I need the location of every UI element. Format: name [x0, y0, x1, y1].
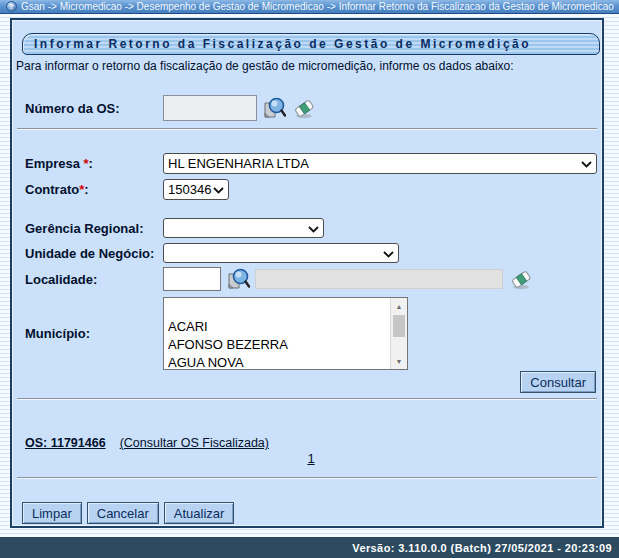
breadcrumb-bar: ? Gsan -> Micromedicao -> Desempenho de … [0, 0, 619, 14]
pagination-row: 1 [25, 451, 597, 465]
municipio-options: ACARI AFONSO BEZERRA AGUA NOVA [164, 298, 390, 369]
consultar-row: Consultar [25, 371, 596, 393]
page-title: Informar Retorno da Fiscalização de Gest… [22, 33, 600, 55]
municipio-row: Município: ACARI AFONSO BEZERRA AGUA NOV… [25, 297, 597, 370]
os-number-link[interactable]: OS: 11791466 [25, 436, 106, 450]
numero-os-label: Número da OS: [25, 101, 163, 116]
help-icon[interactable]: ? [6, 1, 17, 12]
localidade-row: Localidade: [25, 267, 597, 291]
divider [17, 128, 597, 130]
numero-os-input[interactable] [163, 95, 257, 121]
unidade-negocio-label: Unidade de Negócio: [25, 246, 163, 261]
scrollbar-track[interactable] [391, 338, 407, 353]
eraser-icon[interactable] [292, 96, 315, 120]
divider [17, 398, 597, 400]
contrato-label: Contrato*: [25, 182, 163, 197]
eraser-icon[interactable] [509, 267, 532, 291]
form-panel: Informar Retorno da Fiscalização de Gest… [10, 18, 604, 528]
cancelar-button[interactable]: Cancelar [87, 502, 159, 524]
version-footer: Versão: 3.110.0.0 (Batch) 27/05/2021 - 2… [0, 537, 619, 558]
municipio-label: Município: [25, 326, 163, 341]
chevron-down-icon [383, 251, 394, 258]
divider [17, 477, 597, 479]
scrollbar-thumb[interactable] [393, 315, 405, 337]
page-number-link[interactable]: 1 [307, 451, 314, 466]
atualizar-button[interactable]: Atualizar [164, 502, 235, 524]
limpar-button[interactable]: Limpar [22, 502, 82, 524]
localidade-nome-readonly [255, 269, 503, 289]
unidade-negocio-row: Unidade de Negócio: [25, 243, 597, 263]
gsan-window: ? Gsan -> Micromedicao -> Desempenho de … [0, 0, 619, 558]
listbox-scrollbar[interactable]: ▲ ▼ [390, 298, 407, 369]
empresa-label: Empresa *: [25, 156, 163, 171]
scroll-up-icon[interactable]: ▲ [391, 298, 407, 314]
consultar-button[interactable]: Consultar [520, 371, 596, 393]
municipio-option[interactable]: AGUA NOVA [164, 354, 390, 370]
empresa-row: Empresa *: HL ENGENHARIA LTDA [25, 153, 597, 174]
search-icon[interactable] [263, 96, 286, 120]
search-icon[interactable] [227, 267, 250, 291]
gerencia-regional-select[interactable] [163, 218, 324, 238]
chevron-down-icon [581, 161, 592, 168]
numero-os-row: Número da OS: [25, 95, 597, 121]
breadcrumb-text: Gsan -> Micromedicao -> Desempenho de Ge… [21, 1, 614, 12]
consultar-os-fiscalizada-link[interactable]: (Consultar OS Fiscalizada) [120, 436, 269, 450]
empresa-selected-value: HL ENGENHARIA LTDA [168, 156, 309, 171]
municipio-option[interactable]: ACARI [164, 318, 390, 336]
os-result-row: OS: 11791466 (Consultar OS Fiscalizada) [25, 435, 597, 451]
contrato-selected-value: 150346 [168, 182, 211, 197]
municipio-listbox[interactable]: ACARI AFONSO BEZERRA AGUA NOVA ▲ ▼ [163, 297, 408, 370]
chevron-down-icon [213, 187, 224, 194]
empresa-select[interactable]: HL ENGENHARIA LTDA [163, 153, 597, 174]
municipio-option[interactable]: AFONSO BEZERRA [164, 336, 390, 354]
municipio-option[interactable] [164, 300, 390, 318]
contrato-select[interactable]: 150346 [163, 179, 229, 200]
localidade-input[interactable] [163, 267, 221, 291]
gerencia-regional-row: Gerência Regional: [25, 218, 597, 238]
localidade-label: Localidade: [25, 272, 163, 287]
contrato-row: Contrato*: 150346 [25, 179, 597, 200]
unidade-negocio-select[interactable] [163, 243, 399, 263]
gerencia-regional-label: Gerência Regional: [25, 221, 163, 236]
page-description: Para informar o retorno da fiscalização … [16, 59, 514, 73]
scroll-down-icon[interactable]: ▼ [391, 353, 407, 369]
chevron-down-icon [308, 226, 319, 233]
actions-row: Limpar Cancelar Atualizar [22, 502, 596, 524]
version-text: Versão: 3.110.0.0 (Batch) 27/05/2021 - 2… [352, 542, 612, 554]
